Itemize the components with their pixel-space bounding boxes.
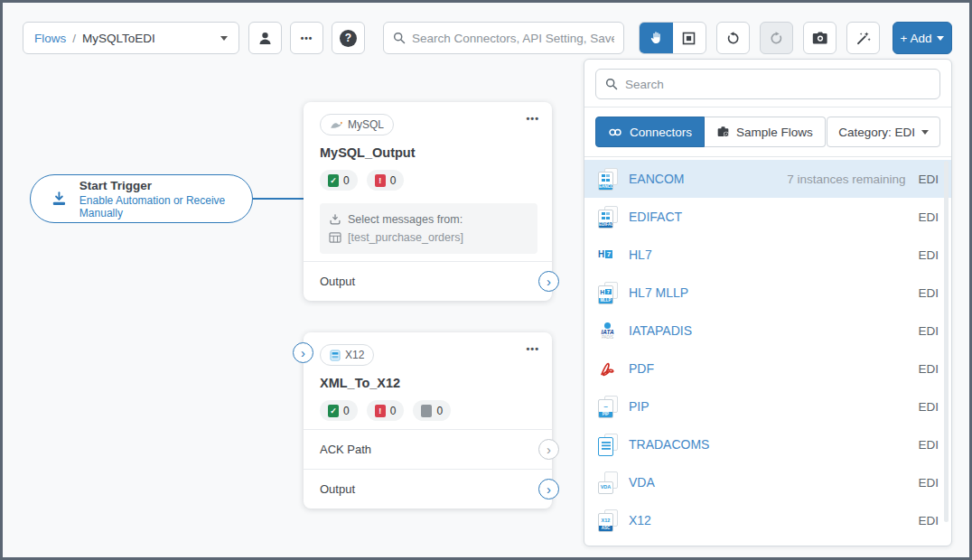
- undo-button[interactable]: [716, 22, 750, 54]
- ellipsis-icon: •••: [301, 33, 313, 43]
- snapshot-button[interactable]: [803, 22, 836, 54]
- connector-name[interactable]: EDIFACT: [629, 210, 894, 224]
- connector-row-x12[interactable]: X12ASC X12 EDI: [584, 501, 951, 539]
- doc-count-value: 0: [436, 405, 443, 417]
- connector-row-hl7[interactable]: H!7 HL7 EDI: [584, 236, 951, 274]
- connector-name[interactable]: TRADACOMS: [629, 437, 894, 452]
- panel-scrollbar[interactable]: [944, 161, 949, 522]
- connector-name[interactable]: EANCOM: [629, 172, 776, 186]
- mysql-success-count[interactable]: ✓ 0: [320, 170, 358, 191]
- connector-search-input[interactable]: [625, 78, 930, 91]
- success-count-value: 0: [343, 174, 350, 187]
- x12-output-port[interactable]: ›: [538, 479, 559, 499]
- success-count-value: 0: [343, 405, 350, 417]
- redo-button[interactable]: [760, 22, 793, 54]
- connector-category: EDI: [918, 400, 939, 414]
- trigger-subtitle[interactable]: Enable Automation or Receive Manually: [79, 194, 252, 219]
- x12-ack-port[interactable]: ›: [538, 439, 559, 460]
- connector-search[interactable]: [595, 69, 940, 99]
- connector-row-eancom[interactable]: EANCOM EANCOM 7 instances remaining EDI: [584, 160, 951, 198]
- add-button[interactable]: + Add: [893, 22, 952, 54]
- search-icon: [393, 32, 406, 44]
- flow-breadcrumb-select[interactable]: Flows / MySQLToEDI: [23, 22, 239, 54]
- tab-connectors[interactable]: Connectors: [595, 117, 705, 147]
- x12-output-row[interactable]: Output ›: [304, 469, 552, 509]
- x12-type-badge-label: X12: [345, 349, 364, 361]
- breadcrumb-root-link[interactable]: Flows: [34, 32, 66, 45]
- connector-row-pip[interactable]: ~PIP PIP EDI: [584, 387, 951, 425]
- briefcase-check-icon: [716, 126, 730, 138]
- connector-row-vda[interactable]: VDA VDA EDI: [584, 463, 951, 501]
- tab-sample-flows-label: Sample Flows: [736, 126, 813, 139]
- tab-sample-flows[interactable]: Sample Flows: [705, 117, 826, 147]
- start-trigger-node[interactable]: Start Trigger Enable Automation or Recei…: [30, 174, 253, 223]
- chevron-down-icon: [220, 36, 228, 41]
- eancom-doc-icon: EANCOM: [597, 168, 618, 191]
- x12-doc-icon: X12ASC: [597, 509, 618, 532]
- connector-name[interactable]: HL7 MLLP: [629, 285, 894, 300]
- iata-padis-icon: IATAPADIS: [597, 320, 618, 342]
- connector-row-edifact[interactable]: EDIFACT EDIFACT EDI: [584, 198, 951, 236]
- connector-row-iatapadis[interactable]: IATAPADIS IATAPADIS EDI: [584, 312, 951, 350]
- x12-badge-icon: [330, 350, 341, 361]
- global-search-input[interactable]: [412, 32, 614, 45]
- auto-arrange-button[interactable]: [846, 22, 880, 54]
- mysql-type-badge-label: MySQL: [348, 118, 384, 131]
- x12-error-count[interactable]: ! 0: [367, 400, 405, 421]
- trigger-title: Start Trigger: [79, 179, 252, 192]
- connector-category: EDI: [918, 514, 939, 527]
- x12-success-count[interactable]: ✓ 0: [320, 400, 358, 421]
- x12-type-badge: X12: [320, 344, 374, 366]
- redo-icon: [769, 31, 784, 46]
- connector-row-tradacoms[interactable]: TRADACOMS EDI: [584, 425, 951, 463]
- connector-category: EDI: [918, 248, 939, 262]
- pan-tool-button[interactable]: [640, 23, 673, 53]
- canvas-mode-toggle: [639, 22, 706, 54]
- magic-wand-icon: [855, 31, 871, 46]
- global-search[interactable]: [383, 22, 624, 54]
- mysql-node-menu-button[interactable]: •••: [526, 113, 539, 124]
- connector-name[interactable]: VDA: [629, 475, 894, 490]
- mysql-counts: ✓ 0 ! 0: [320, 170, 537, 191]
- x12-counts: ✓ 0 ! 0 0: [320, 400, 537, 421]
- connector-name[interactable]: HL7: [629, 247, 894, 262]
- connector-panel: Connectors Sample Flows Category: EDI EA…: [584, 59, 952, 546]
- panel-search-section: [584, 60, 951, 107]
- x12-input-port[interactable]: ›: [293, 342, 313, 363]
- marquee-select-button[interactable]: [673, 23, 706, 53]
- hl7-mllp-icon: H7MLLP: [597, 282, 618, 304]
- connector-note: 7 instances remaining: [787, 173, 905, 186]
- more-options-button[interactable]: •••: [290, 22, 323, 54]
- hand-icon: [649, 31, 663, 45]
- mysql-error-count[interactable]: ! 0: [367, 170, 405, 191]
- connector-name[interactable]: PIP: [629, 399, 894, 414]
- mysql-output-row[interactable]: Output ›: [304, 261, 552, 301]
- connector-name[interactable]: X12: [629, 513, 894, 527]
- connector-category: EDI: [918, 286, 939, 300]
- xml-to-x12-node[interactable]: › X12 ••• XML_To_X12 ✓ 0 ! 0 0: [304, 332, 552, 509]
- mysql-output-node[interactable]: MySQL ••• MySQL_Output ✓ 0 ! 0 Select me…: [304, 102, 552, 301]
- select-messages-label: Select messages from:: [348, 210, 463, 229]
- connector-category: EDI: [918, 476, 939, 490]
- help-button[interactable]: ?: [332, 22, 365, 54]
- connector-row-pdf[interactable]: PDF EDI: [584, 350, 951, 387]
- add-button-label: + Add: [901, 32, 932, 45]
- user-button[interactable]: [248, 22, 282, 54]
- mysql-node-title: MySQL_Output: [320, 145, 537, 160]
- connector-name[interactable]: PDF: [629, 361, 894, 376]
- mysql-node-header: MySQL ••• MySQL_Output ✓ 0 ! 0: [304, 102, 552, 191]
- user-icon: [257, 31, 273, 46]
- category-filter-button[interactable]: Category: EDI: [827, 117, 940, 147]
- x12-node-menu-button[interactable]: •••: [526, 343, 539, 354]
- x12-doc-count[interactable]: 0: [413, 400, 451, 421]
- panel-tab-group: Connectors Sample Flows: [595, 117, 826, 147]
- error-count-value: 0: [390, 405, 397, 417]
- connector-category: EDI: [918, 362, 939, 376]
- x12-ack-path-row[interactable]: ACK Path ›: [304, 429, 552, 469]
- connector-row-hl7-mllp[interactable]: H7MLLP HL7 MLLP EDI: [584, 274, 951, 312]
- camera-icon: [812, 31, 828, 45]
- mysql-output-port[interactable]: ›: [538, 271, 559, 292]
- connector-category: EDI: [918, 324, 939, 338]
- connector-name[interactable]: IATAPADIS: [629, 323, 894, 338]
- breadcrumb-current-flow: MySQLToEDI: [82, 32, 155, 45]
